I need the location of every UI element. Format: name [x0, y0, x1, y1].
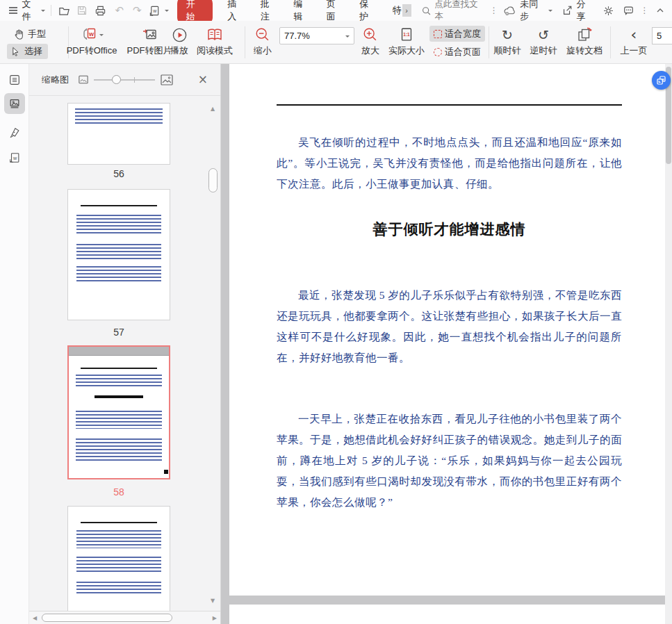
- panel-title: 缩略图: [42, 74, 69, 86]
- svg-text:w: w: [661, 78, 664, 81]
- zoom-out-button[interactable]: 缩小: [249, 26, 277, 57]
- actual-size-button[interactable]: 1:1 实际大小: [386, 26, 427, 57]
- redo-icon[interactable]: ↷: [129, 3, 145, 18]
- find-text-button[interactable]: 点此查找文本: [421, 0, 486, 22]
- rotate-document-button[interactable]: 旋转文档: [562, 26, 607, 57]
- comment-icon[interactable]: [621, 3, 636, 18]
- thumbnail-label-56: 56: [67, 168, 170, 179]
- svg-text:w: w: [152, 8, 157, 14]
- open-file-icon[interactable]: [57, 3, 72, 18]
- select-tool-label: 选择: [24, 45, 42, 58]
- tab-protect[interactable]: 保护: [352, 0, 385, 23]
- tab-insert[interactable]: 插入: [220, 0, 253, 23]
- fit-width-button[interactable]: 适合宽度: [429, 26, 485, 42]
- share-label[interactable]: 分享: [576, 0, 593, 23]
- undo-icon[interactable]: ↶: [112, 3, 127, 18]
- play-button[interactable]: 播放: [165, 26, 193, 57]
- export-word-icon[interactable]: w: [147, 3, 163, 18]
- rotate-document-icon: [575, 26, 593, 44]
- fit-page-button[interactable]: 适合页面: [429, 44, 485, 60]
- sync-status-label[interactable]: 未同步: [520, 0, 546, 23]
- tab-special-truncated[interactable]: 特: [385, 4, 402, 17]
- pdf-to-word-floating-button[interactable]: w: [652, 71, 671, 90]
- document-scrollbar[interactable]: [665, 64, 672, 624]
- chevron-down-icon: [345, 35, 350, 40]
- slider-knob[interactable]: [112, 75, 121, 84]
- outline-list-icon: [8, 74, 21, 86]
- chevron-down-icon[interactable]: [41, 10, 45, 14]
- thumbnail-page-57[interactable]: [67, 189, 170, 320]
- scroll-right-arrow[interactable]: ▶: [209, 615, 220, 621]
- settings-gear-icon[interactable]: [601, 3, 616, 18]
- hand-icon: [13, 28, 24, 40]
- read-mode-button[interactable]: 阅读模式: [195, 26, 235, 57]
- hand-tool-label: 手型: [28, 28, 46, 40]
- chevron-down-icon[interactable]: [165, 10, 169, 14]
- pdf-page-58: 吴飞在倾听的过程中，不时地点点头，而且还温和地回应“原来如此”。等小王说完，吴飞…: [229, 64, 665, 596]
- annotation-panel-button[interactable]: [4, 122, 25, 143]
- save-icon[interactable]: [75, 3, 90, 18]
- hamburger-menu-icon[interactable]: [6, 3, 21, 18]
- export-word-panel-button[interactable]: w: [4, 147, 25, 168]
- tab-overflow-button[interactable]: ›: [402, 4, 411, 17]
- thumbnail-page-59[interactable]: [67, 506, 170, 611]
- more-options-icon[interactable]: ⋮: [486, 6, 502, 15]
- page-header-rule: [277, 104, 622, 106]
- close-panel-icon[interactable]: ×: [195, 72, 211, 87]
- viewport-resize-handle[interactable]: [164, 470, 168, 474]
- tab-annotate[interactable]: 批注: [253, 0, 286, 23]
- share-icon[interactable]: [559, 3, 574, 18]
- zoom-level-combobox[interactable]: 77.7%: [279, 27, 354, 44]
- scroll-down-arrow[interactable]: ▼: [207, 598, 218, 604]
- thumbnail-page-56[interactable]: [67, 103, 170, 165]
- book-icon: [206, 26, 224, 44]
- viewport-indicator[interactable]: [69, 347, 169, 356]
- large-thumbnail-icon[interactable]: [161, 74, 173, 85]
- outline-panel-button[interactable]: [4, 69, 25, 90]
- rotate-clockwise-button[interactable]: ↻ 顺时针: [491, 26, 524, 57]
- horizontal-scrollbar[interactable]: ◀ ▶: [29, 611, 220, 624]
- small-thumbnail-icon[interactable]: [79, 75, 88, 84]
- previous-page-label: 上一页: [617, 44, 650, 57]
- thumbnail-label-58: 58: [67, 486, 170, 498]
- pdf-to-office-label: PDF转Office: [58, 44, 125, 57]
- thumbnail-image-icon: [8, 97, 21, 110]
- rotate-document-label: 旋转文档: [562, 44, 607, 57]
- hand-tool-button[interactable]: 手型: [10, 26, 51, 42]
- scroll-up-arrow[interactable]: ▲: [207, 106, 218, 112]
- chevron-down-icon[interactable]: [548, 10, 552, 14]
- scroll-left-arrow[interactable]: ◀: [29, 615, 40, 621]
- slider-tick: [134, 77, 135, 83]
- fit-page-icon: [434, 48, 442, 56]
- zoom-in-button[interactable]: 放大: [357, 26, 384, 57]
- print-icon[interactable]: [92, 3, 108, 18]
- paragraph: 一天早上，张楚正在收拾东西，看见儿子往他的小书包里装了两个苹果。于是，她想借此机…: [277, 409, 622, 513]
- read-mode-label: 阅读模式: [195, 44, 235, 57]
- rotate-cw-label: 顺时针: [491, 44, 524, 57]
- thumbnail-page-58-selected[interactable]: [67, 345, 170, 479]
- previous-page-button[interactable]: ‹ 上一页: [617, 26, 650, 57]
- fit-width-label: 适合宽度: [445, 28, 481, 40]
- pdf-toolbar: 手型 选择 w PDF转Office PDF转图片 播放 阅读模式: [0, 21, 672, 64]
- collapse-toolbar-icon[interactable]: [653, 3, 668, 18]
- cloud-unsynced-icon[interactable]: [502, 3, 517, 18]
- horizontal-scrollbar-thumb[interactable]: [42, 614, 172, 622]
- zoom-out-icon: [254, 26, 271, 43]
- vertical-scrollbar-thumb[interactable]: [208, 168, 218, 192]
- play-label: 播放: [165, 44, 193, 57]
- more-options-icon[interactable]: ⋮: [637, 6, 653, 15]
- select-tool-button[interactable]: 选择: [7, 44, 48, 59]
- section-heading: 善于倾听才能增进感情: [277, 220, 622, 239]
- tab-page[interactable]: 页面: [319, 0, 352, 23]
- rotate-counterclockwise-button[interactable]: ↺ 逆时针: [527, 26, 560, 57]
- sidebar-rail: w: [0, 64, 29, 624]
- file-menu[interactable]: 文件: [22, 0, 40, 23]
- tab-edit[interactable]: 编辑: [286, 0, 319, 23]
- zoom-level-value: 77.7%: [284, 31, 310, 41]
- search-icon: [421, 6, 432, 16]
- thumbnail-size-slider[interactable]: [94, 79, 155, 81]
- page-number-input[interactable]: [652, 27, 672, 44]
- thumbnail-panel-header: 缩略图 ×: [29, 64, 220, 96]
- thumbnail-panel-button[interactable]: [4, 93, 25, 114]
- pdf-to-office-button[interactable]: w PDF转Office: [58, 26, 125, 57]
